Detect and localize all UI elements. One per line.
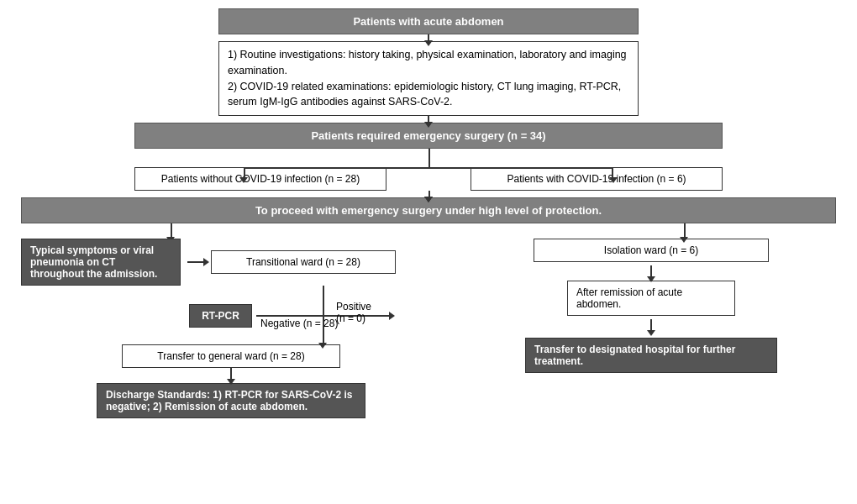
rt-pcr-box: RT-PCR	[189, 304, 252, 328]
right-v	[612, 167, 613, 177]
typical-symptoms-box: Typical symptoms or viral pneumonia on C…	[21, 239, 181, 286]
trans-h	[256, 315, 323, 317]
investigations-text: 1) Routine investigations: history takin…	[228, 49, 627, 108]
after-remission-box: After remission of acute abdomen.	[567, 281, 735, 316]
discharge-standards-box: Discharge Standards: 1) RT-PCR for SARS-…	[97, 383, 365, 418]
arrow3	[134, 191, 723, 197]
neg-arrow	[318, 343, 327, 349]
investigations-box: 1) Routine investigations: history takin…	[218, 41, 639, 116]
split-v	[428, 149, 430, 167]
flowchart: Patients with acute abdomen 1) Routine i…	[8, 8, 849, 418]
transitional-ward-box: Transitional ward (n = 28)	[211, 250, 396, 274]
isolation-ward-box: Isolation ward (n = 6)	[534, 239, 769, 262]
no-covid-box: Patients without COVID-19 infection (n =…	[134, 167, 386, 191]
left-arrow	[239, 177, 248, 183]
positive-label: Positive (n = 0)	[336, 301, 371, 324]
yes-covid-box: Patients with COVID-19 infection (n = 6)	[471, 167, 723, 191]
split-h	[244, 167, 613, 169]
transfer-designated-box: Transfer to designated hospital for furt…	[525, 338, 777, 373]
right-ward-arrow	[680, 237, 688, 243]
arrow2	[428, 116, 429, 123]
pos-arrow	[389, 312, 395, 320]
negative-label: Negative (n = 28)	[260, 318, 338, 329]
left-v	[244, 167, 245, 177]
arrow1	[428, 34, 429, 41]
title-box: Patients with acute abdomen	[218, 8, 639, 34]
trans-down-v	[323, 286, 324, 315]
right-arrow	[609, 177, 618, 183]
